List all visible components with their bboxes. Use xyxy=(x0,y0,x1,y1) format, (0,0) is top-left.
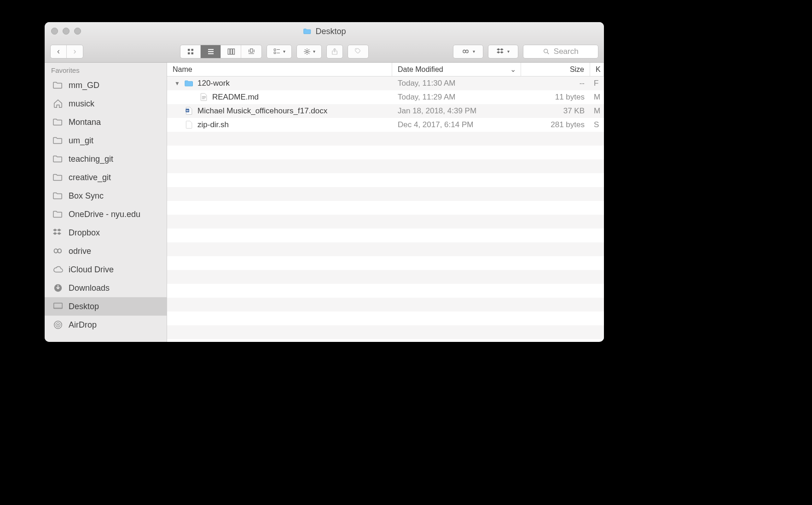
sidebar-item-airdrop[interactable]: AirDrop xyxy=(45,316,167,334)
file-name: zip-dir.sh xyxy=(197,120,229,129)
column-view-button[interactable] xyxy=(221,45,241,58)
back-button[interactable]: ‹ xyxy=(51,45,67,58)
search-icon xyxy=(543,48,550,55)
forward-button[interactable]: › xyxy=(67,45,83,58)
file-name: README.md xyxy=(212,93,259,102)
download-icon xyxy=(52,283,64,293)
folder-icon xyxy=(52,209,64,219)
action-menu[interactable]: ▾ xyxy=(296,45,322,59)
sidebar-item-icloud-drive[interactable]: iCloud Drive xyxy=(45,260,167,279)
file-row[interactable]: Michael Musick_officehours_f17.docxJan 1… xyxy=(167,104,604,118)
sidebar: Favorites mm_GDmusickMontanaum_gitteachi… xyxy=(45,63,167,342)
sidebar-item-montana[interactable]: Montana xyxy=(45,113,167,131)
list-view-button[interactable] xyxy=(201,45,221,58)
sidebar-item-onedrive-nyu-edu[interactable]: OneDrive - nyu.edu xyxy=(45,205,167,223)
sidebar-item-label: Box Sync xyxy=(69,191,104,201)
sidebar-item-um-git[interactable]: um_git xyxy=(45,131,167,150)
empty-row xyxy=(167,146,604,159)
infinity-icon xyxy=(52,246,64,256)
sidebar-item-mm-gd[interactable]: mm_GD xyxy=(45,76,167,94)
search-placeholder: Search xyxy=(554,47,579,56)
doc-icon xyxy=(199,93,209,102)
empty-row xyxy=(167,284,604,298)
desktop-icon xyxy=(52,301,64,311)
file-date: Today, 11:29 AM xyxy=(392,93,521,102)
empty-row xyxy=(167,215,604,229)
sidebar-item-creative-git[interactable]: creative_git xyxy=(45,168,167,187)
view-mode-segment xyxy=(180,45,262,59)
minimize-window-button[interactable] xyxy=(63,28,70,35)
folder-icon xyxy=(52,154,64,164)
column-headers: Name Date Modified⌄ Size K xyxy=(167,63,604,76)
sidebar-item-box-sync[interactable]: Box Sync xyxy=(45,187,167,205)
empty-row xyxy=(167,325,604,339)
sidebar-item-musick[interactable]: musick xyxy=(45,94,167,113)
dropbox-toolbar-menu[interactable]: ▾ xyxy=(488,45,518,59)
sidebar-item-label: Dropbox xyxy=(69,228,100,238)
tags-button[interactable] xyxy=(348,45,369,59)
blank-icon xyxy=(185,120,194,129)
search-field[interactable]: Search xyxy=(523,45,599,59)
column-header-size[interactable]: Size xyxy=(521,63,590,76)
column-header-kind[interactable]: K xyxy=(590,63,604,76)
sidebar-section-header: Favorites xyxy=(45,63,167,76)
empty-row xyxy=(167,311,604,325)
zoom-window-button[interactable] xyxy=(74,28,81,35)
column-header-name[interactable]: Name xyxy=(167,63,392,76)
sidebar-item-label: AirDrop xyxy=(69,320,97,330)
nav-buttons: ‹ › xyxy=(50,45,83,59)
empty-row xyxy=(167,159,604,173)
sidebar-item-label: musick xyxy=(69,99,94,109)
file-kind: S xyxy=(590,120,604,129)
window-controls xyxy=(51,28,81,35)
odrive-toolbar-menu[interactable]: ▾ xyxy=(453,45,483,59)
window-title: Desktop xyxy=(302,27,346,36)
share-button[interactable] xyxy=(326,45,343,59)
sidebar-item-odrive[interactable]: odrive xyxy=(45,242,167,260)
folder-icon xyxy=(52,117,64,127)
desktop-icon xyxy=(302,27,312,36)
file-row[interactable]: zip-dir.shDec 4, 2017, 6:14 PM281 bytesS xyxy=(167,118,604,132)
titlebar[interactable]: Desktop xyxy=(45,22,604,41)
empty-row xyxy=(167,256,604,270)
empty-row xyxy=(167,242,604,256)
close-window-button[interactable] xyxy=(51,28,58,35)
disclosure-triangle-icon[interactable]: ▼ xyxy=(174,80,181,87)
dropbox-icon xyxy=(52,228,64,238)
coverflow-view-button[interactable] xyxy=(241,45,261,58)
arrange-menu[interactable]: ▾ xyxy=(267,45,292,59)
file-size: 37 KB xyxy=(521,106,590,116)
empty-row xyxy=(167,298,604,311)
file-date: Jan 18, 2018, 4:39 PM xyxy=(392,106,521,116)
file-name: 120-work xyxy=(197,79,230,88)
sidebar-item-label: teaching_git xyxy=(69,154,113,164)
home-icon xyxy=(52,99,64,109)
file-kind: M xyxy=(590,93,604,102)
sidebar-item-teaching-git[interactable]: teaching_git xyxy=(45,150,167,168)
sidebar-item-downloads[interactable]: Downloads xyxy=(45,279,167,297)
sidebar-item-dropbox[interactable]: Dropbox xyxy=(45,223,167,242)
sidebar-item-desktop[interactable]: Desktop xyxy=(45,297,167,316)
folder-icon xyxy=(52,135,64,146)
file-row[interactable]: ▼120-workToday, 11:30 AM--F xyxy=(167,76,604,90)
sidebar-item-label: Desktop xyxy=(69,302,99,311)
cloud-icon xyxy=(52,264,64,275)
file-name: Michael Musick_officehours_f17.docx xyxy=(197,106,327,116)
empty-row xyxy=(167,270,604,284)
empty-row xyxy=(167,201,604,215)
empty-row xyxy=(167,173,604,187)
file-date: Today, 11:30 AM xyxy=(392,79,521,88)
folder-icon xyxy=(52,80,64,90)
icon-view-button[interactable] xyxy=(180,45,201,58)
file-date: Dec 4, 2017, 6:14 PM xyxy=(392,120,521,129)
empty-row xyxy=(167,132,604,146)
sidebar-item-label: OneDrive - nyu.edu xyxy=(69,210,140,219)
finder-window: Desktop ‹ › ▾ ▾ ▾ ▾ Search Favorites mm_… xyxy=(45,22,604,342)
file-row[interactable]: README.mdToday, 11:29 AM11 bytesM xyxy=(167,90,604,104)
sidebar-item-label: um_git xyxy=(69,136,93,146)
file-rows: ▼120-workToday, 11:30 AM--FREADME.mdToda… xyxy=(167,76,604,342)
sidebar-item-label: mm_GD xyxy=(69,81,99,90)
sort-indicator-icon: ⌄ xyxy=(510,65,516,74)
empty-row xyxy=(167,187,604,201)
column-header-date[interactable]: Date Modified⌄ xyxy=(392,63,521,76)
